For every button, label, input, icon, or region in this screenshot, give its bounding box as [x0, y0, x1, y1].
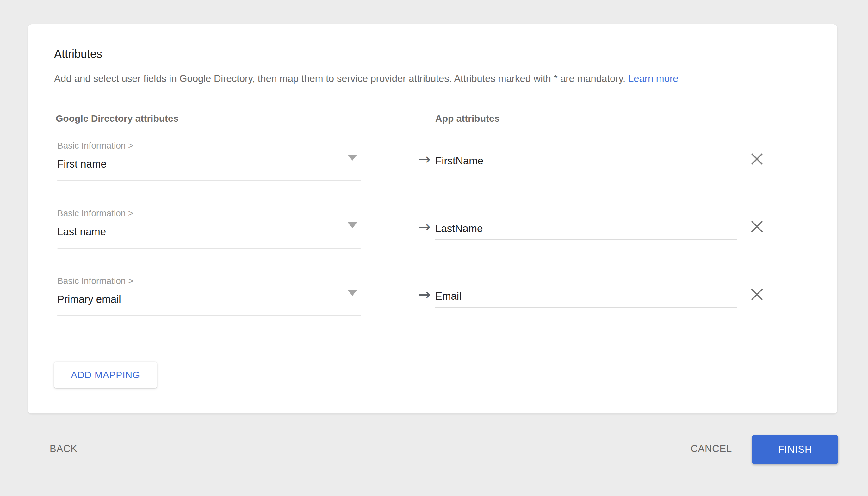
description-text: Add and select user fields in Google Dir…: [54, 73, 813, 85]
select-underline: [57, 180, 361, 181]
arrow-right-icon: →: [415, 285, 434, 303]
directory-attribute-value: Last name: [57, 225, 106, 239]
attribute-mapping-page: Attributes Add and select user fields in…: [0, 0, 868, 496]
directory-attribute-select[interactable]: Basic Information > Last name: [57, 204, 361, 250]
mapping-row: Basic Information > First name →: [28, 136, 838, 204]
app-attribute-input[interactable]: [435, 154, 737, 168]
close-x-icon: [749, 287, 764, 302]
finish-button[interactable]: FINISH: [752, 435, 838, 464]
remove-mapping-button[interactable]: [749, 152, 764, 167]
remove-mapping-button[interactable]: [749, 287, 764, 302]
input-underline: [435, 307, 737, 308]
directory-attribute-value: Primary email: [57, 292, 121, 306]
app-attribute-input[interactable]: [435, 289, 737, 303]
dropdown-arrow-icon: [348, 155, 357, 160]
description-body: Add and select user fields in Google Dir…: [54, 73, 625, 84]
input-underline: [435, 239, 737, 240]
app-attribute-input[interactable]: [435, 222, 737, 235]
attributes-card: Attributes Add and select user fields in…: [28, 24, 837, 414]
arrow-right-icon: →: [415, 150, 434, 168]
input-underline: [435, 172, 737, 172]
arrow-right-icon: →: [415, 218, 434, 235]
dropdown-arrow-icon: [348, 222, 357, 228]
directory-attribute-select[interactable]: Basic Information > Primary email: [57, 272, 361, 317]
attribute-category-label: Basic Information >: [57, 208, 133, 219]
column-header-google-directory: Google Directory attributes: [56, 112, 179, 125]
select-underline: [57, 248, 361, 249]
learn-more-link[interactable]: Learn more: [628, 73, 679, 84]
attribute-category-label: Basic Information >: [57, 140, 133, 152]
select-underline: [57, 315, 361, 316]
close-x-icon: [749, 152, 764, 167]
directory-attribute-value: First name: [57, 157, 107, 171]
mapping-row: Basic Information > Last name →: [28, 204, 838, 272]
back-button[interactable]: BACK: [50, 442, 77, 456]
remove-mapping-button[interactable]: [749, 219, 764, 234]
close-x-icon: [749, 219, 764, 234]
add-mapping-button[interactable]: ADD MAPPING: [54, 362, 157, 388]
mapping-row: Basic Information > Primary email →: [28, 272, 838, 339]
directory-attribute-select[interactable]: Basic Information > First name: [57, 136, 361, 182]
column-header-app-attributes: App attributes: [435, 112, 500, 125]
dropdown-arrow-icon: [348, 290, 357, 296]
cancel-button[interactable]: CANCEL: [690, 442, 732, 456]
page-title: Attributes: [54, 47, 102, 61]
attribute-category-label: Basic Information >: [57, 275, 133, 287]
